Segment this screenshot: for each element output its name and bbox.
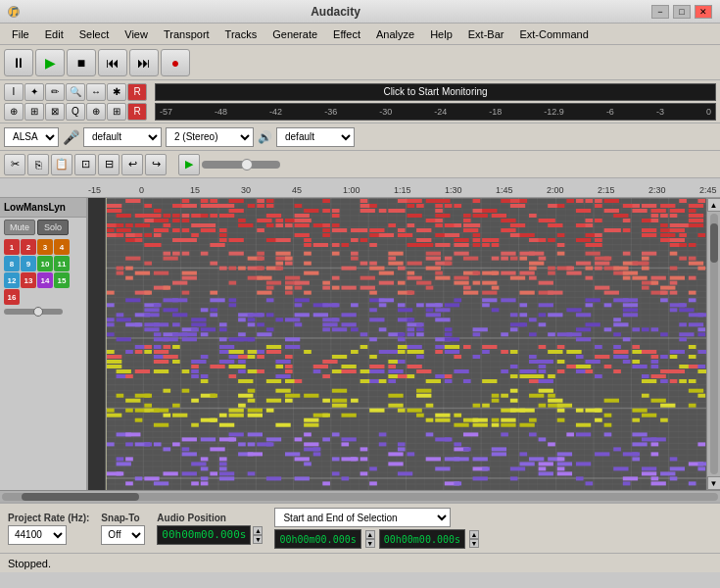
- track-grid[interactable]: [106, 198, 706, 490]
- time-up-btn[interactable]: ▲: [253, 526, 263, 535]
- edit-paste[interactable]: 📋: [51, 154, 72, 175]
- channels-select[interactable]: 2 (Stereo): [166, 127, 254, 147]
- sel-end-down[interactable]: ▼: [469, 539, 479, 548]
- zoom-in2[interactable]: ⊕: [86, 103, 106, 121]
- sel-end-stepper: ▲ ▼: [469, 530, 479, 548]
- snap-to-select[interactable]: Off: [101, 525, 145, 545]
- channel-btn-16[interactable]: 16: [4, 289, 20, 305]
- svg-rect-0: [88, 198, 106, 490]
- menu-item-generate[interactable]: Generate: [264, 26, 325, 42]
- tool-row-2: ⊕ ⊞ ⊠ Q ⊕ ⊞ R: [4, 103, 147, 121]
- undo-btn[interactable]: ↩: [121, 154, 143, 175]
- menu-item-extcommand[interactable]: Ext-Command: [511, 26, 596, 42]
- channel-btn-2[interactable]: 2: [21, 239, 36, 255]
- track-volume: [0, 307, 86, 322]
- channel-btn-11[interactable]: 11: [54, 256, 70, 271]
- zoom-out[interactable]: Q: [66, 103, 85, 121]
- menu-item-effect[interactable]: Effect: [325, 26, 368, 42]
- pause-button[interactable]: ⏸: [4, 49, 33, 76]
- sel-start-down[interactable]: ▼: [365, 539, 375, 548]
- zoom-normal[interactable]: ⊕: [4, 103, 24, 121]
- audio-api-select[interactable]: ALSA: [4, 127, 59, 147]
- selection-tool[interactable]: I: [4, 83, 24, 101]
- channel-btn-1[interactable]: 1: [4, 239, 20, 255]
- channel-btn-14[interactable]: 14: [37, 272, 53, 288]
- next-button[interactable]: ⏭: [129, 49, 159, 76]
- sel-end-up[interactable]: ▲: [469, 530, 479, 539]
- prev-button[interactable]: ⏮: [98, 49, 127, 76]
- mute-button[interactable]: Mute: [4, 220, 35, 235]
- channel-btn-9[interactable]: 9: [21, 256, 36, 271]
- zoom-slider[interactable]: [202, 161, 280, 169]
- solo-button[interactable]: Solo: [37, 220, 69, 235]
- vertical-scrollbar[interactable]: ▲ ▼: [706, 198, 720, 490]
- output-vu-meter[interactable]: -57 -48 -42 -36 -30 -24 -18 -12.9 -6 -3 …: [155, 103, 716, 121]
- playback-level-btn[interactable]: R: [127, 103, 147, 121]
- stop-button[interactable]: ■: [67, 49, 96, 76]
- menu-item-view[interactable]: View: [117, 26, 156, 42]
- snap-to-label: Snap-To: [101, 513, 145, 523]
- menu-item-select[interactable]: Select: [72, 26, 118, 42]
- channel-btn-12[interactable]: 12: [4, 272, 20, 288]
- menu-item-edit[interactable]: Edit: [37, 26, 72, 42]
- input-vu-meter[interactable]: Click to Start Monitoring: [155, 83, 716, 101]
- zoom-fit[interactable]: ⊞: [24, 103, 44, 121]
- menu-item-help[interactable]: Help: [422, 26, 460, 42]
- menu-item-tracks[interactable]: Tracks: [217, 26, 265, 42]
- minimize-button[interactable]: −: [651, 5, 669, 19]
- output-device-select[interactable]: default: [276, 127, 355, 147]
- close-button[interactable]: ✕: [695, 5, 712, 19]
- sel-start-up[interactable]: ▲: [365, 530, 375, 539]
- channel-btn-13[interactable]: 13: [21, 272, 36, 288]
- main-track-area: LowMansLyn Mute Solo 1234891011121314151…: [0, 198, 720, 490]
- redo-btn[interactable]: ↪: [145, 154, 167, 175]
- maximize-button[interactable]: □: [673, 5, 691, 19]
- midi-canvas: [106, 198, 706, 490]
- ruler-mark-4: 45: [292, 185, 343, 195]
- multi-tool[interactable]: ✱: [107, 83, 126, 101]
- menu-item-transport[interactable]: Transport: [156, 26, 217, 42]
- zoom-sel[interactable]: ⊠: [45, 103, 65, 121]
- input-device-select[interactable]: default: [83, 127, 162, 147]
- speaker-icon: 🔊: [258, 130, 272, 144]
- record-button[interactable]: ●: [161, 49, 190, 76]
- ruler-mark-11: 2:30: [648, 185, 699, 195]
- channel-btn-15[interactable]: 15: [54, 272, 70, 288]
- selection-start-display[interactable]: 00h00m00.000s: [274, 529, 360, 549]
- mic-level-btn[interactable]: R: [127, 83, 147, 101]
- tool-section: I ✦ ✏ 🔍 ↔ ✱ R ⊕ ⊞ ⊠ Q ⊕ ⊞ R: [4, 83, 147, 121]
- channel-btn-8[interactable]: 8: [4, 256, 20, 271]
- scroll-down-button[interactable]: ▼: [707, 476, 721, 490]
- time-down-btn[interactable]: ▼: [253, 535, 263, 544]
- channel-btn-4[interactable]: 4: [54, 239, 70, 255]
- time-shift-tool[interactable]: ↔: [86, 83, 106, 101]
- selection-end-display[interactable]: 00h00m00.000s: [379, 529, 465, 549]
- trim-btn[interactable]: ⊡: [74, 154, 96, 175]
- envelope-tool[interactable]: ✦: [24, 83, 44, 101]
- menu-item-file[interactable]: File: [4, 26, 37, 42]
- zoom-in-tool[interactable]: 🔍: [66, 83, 85, 101]
- play-button[interactable]: ▶: [35, 49, 65, 76]
- vu-labels: -57 -48 -42 -36 -30 -24 -18 -12.9 -6 -3 …: [158, 107, 713, 117]
- horizontal-scrollbar[interactable]: [0, 490, 720, 502]
- edit-cut[interactable]: ✂: [4, 154, 25, 175]
- selection-times: 00h00m00.000s ▲ ▼ 00h00m00.000s ▲ ▼: [274, 529, 479, 549]
- volume-slider[interactable]: [4, 309, 63, 315]
- play-btn2[interactable]: ▶: [178, 154, 200, 175]
- zoom-full[interactable]: ⊞: [107, 103, 126, 121]
- selection-type-select[interactable]: Start and End of Selection Start and Len…: [274, 508, 451, 527]
- scroll-up-button[interactable]: ▲: [707, 198, 721, 212]
- edit-copy[interactable]: ⎘: [27, 154, 49, 175]
- menu-item-extbar[interactable]: Ext-Bar: [460, 26, 512, 42]
- project-rate-select[interactable]: 44100: [8, 525, 67, 545]
- audio-position-display[interactable]: 00h00m00.000s: [157, 525, 251, 545]
- ruler-mark-1: 0: [139, 185, 190, 195]
- audio-time-value: 00h00m00.000s: [162, 528, 246, 541]
- window-controls-right[interactable]: − □ ✕: [651, 5, 712, 19]
- channel-btn-10[interactable]: 10: [37, 256, 53, 271]
- menu-item-analyze[interactable]: Analyze: [368, 26, 422, 42]
- draw-tool[interactable]: ✏: [45, 83, 65, 101]
- silence-btn[interactable]: ⊟: [98, 154, 120, 175]
- channel-btn-3[interactable]: 3: [37, 239, 53, 255]
- sel-end-value: 00h00m00.000s: [384, 534, 460, 545]
